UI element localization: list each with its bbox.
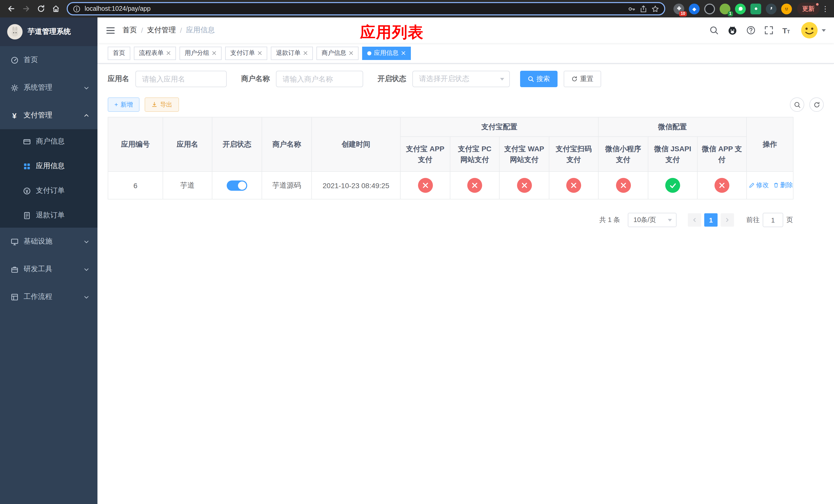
close-icon[interactable]	[212, 51, 216, 55]
sidebar-item-home[interactable]: 首页	[0, 46, 97, 74]
extension-green-square-icon[interactable]	[750, 3, 761, 14]
app-name-input[interactable]	[135, 71, 227, 87]
sidebar-item-merchant-info[interactable]: 商户信息	[0, 129, 97, 154]
password-key-icon[interactable]	[628, 5, 636, 13]
col-header-alipay-pc: 支付宝 PC 网站支付	[450, 137, 499, 171]
browser-reload-icon[interactable]	[34, 2, 48, 16]
close-icon[interactable]	[349, 51, 353, 55]
bookmark-star-icon[interactable]	[652, 5, 659, 13]
address-bar[interactable]: localhost:1024/pay/app	[67, 2, 665, 15]
sidebar-item-payment[interactable]: ¥ 支付管理	[0, 101, 97, 129]
browser-back-icon[interactable]	[4, 2, 18, 16]
sidebar-toggle-icon[interactable]	[106, 25, 115, 35]
user-menu[interactable]	[801, 22, 826, 39]
cell-created: 2021-10-23 08:49:25	[312, 171, 400, 199]
browser-home-icon[interactable]	[49, 2, 63, 16]
payment-submenu: 商户信息 应用信息 支付订单	[0, 129, 97, 228]
tab-app-info[interactable]: 应用信息	[362, 46, 411, 60]
status-toggle[interactable]	[227, 180, 247, 190]
font-size-icon[interactable]: TT	[783, 26, 790, 34]
cell-app-id: 6	[108, 171, 163, 199]
tab-pay-order[interactable]: 支付订单	[225, 46, 267, 60]
user-avatar	[801, 22, 818, 39]
export-button[interactable]: 导出	[145, 97, 179, 112]
profile-avatar[interactable]	[781, 3, 792, 14]
extension-whatsapp-icon[interactable]	[735, 3, 746, 14]
browser-forward-icon[interactable]	[19, 2, 33, 16]
group-header-wechat: 微信配置	[598, 117, 747, 137]
extensions-zone: 10 ◆ 1	[670, 3, 796, 14]
tab-user-group[interactable]: 用户分组	[179, 46, 222, 60]
toolbox-icon	[10, 265, 19, 273]
page-number-1[interactable]: 1	[704, 213, 718, 227]
add-button[interactable]: + 新增	[108, 97, 139, 112]
status-select[interactable]: 请选择开启状态	[412, 71, 510, 87]
url-text: localhost:1024/pay/app	[85, 5, 624, 12]
filter-form: 应用名 商户名称 开启状态 请选择开启状态 搜索	[108, 71, 824, 87]
sidebar-item-pay-order[interactable]: 支付订单	[0, 178, 97, 203]
col-header-wechat-jsapi: 微信 JSAPI 支付	[648, 137, 697, 171]
reset-button[interactable]: 重置	[564, 71, 601, 87]
sidebar-item-app-info[interactable]: 应用信息	[0, 154, 97, 178]
show-search-button[interactable]	[790, 97, 804, 112]
next-page-button[interactable]	[721, 213, 734, 227]
sidebar-item-system[interactable]: 系统管理	[0, 74, 97, 101]
pagination: 共 1 条 10条/页 1 前往 页	[108, 213, 793, 227]
delete-button[interactable]: 删除	[773, 181, 793, 190]
prev-page-button[interactable]	[688, 213, 701, 227]
close-icon[interactable]	[166, 51, 171, 55]
merchant-name-input[interactable]	[276, 71, 363, 87]
help-icon[interactable]	[747, 26, 756, 35]
alipay-qr-status-icon	[566, 178, 581, 193]
edit-button[interactable]: 修改	[749, 181, 769, 190]
page-size-select[interactable]: 10条/页	[628, 213, 677, 227]
extension-blue-icon[interactable]: ◆	[689, 3, 700, 14]
workflow-icon	[10, 293, 19, 301]
extension-dark-icon[interactable]	[704, 3, 715, 14]
breadcrumb-home[interactable]: 首页	[123, 26, 137, 35]
goto-page-input[interactable]	[763, 213, 783, 227]
sidebar-item-infrastructure[interactable]: 基础设施	[0, 228, 97, 255]
top-navbar: 首页 / 支付管理 / 应用信息 应用列表	[97, 18, 834, 43]
search-button[interactable]: 搜索	[520, 71, 557, 87]
chevron-down-icon	[500, 78, 504, 80]
chevron-down-icon	[82, 265, 90, 273]
gear-icon	[10, 84, 19, 92]
browser-menu-icon[interactable]: ⋮	[821, 5, 830, 13]
plus-icon: +	[114, 101, 118, 108]
extension-leaf-icon[interactable]: 1	[720, 3, 730, 14]
browser-update-button[interactable]: 更新	[797, 3, 820, 15]
sidebar-item-workflow[interactable]: 工作流程	[0, 283, 97, 311]
breadcrumb-current: 应用信息	[186, 26, 215, 35]
extensions-puzzle-icon[interactable]: 10	[674, 3, 684, 14]
fullscreen-icon[interactable]	[765, 26, 774, 35]
tags-view-bar: 首页 流程表单 用户分组 支付订单 退款订单	[97, 43, 834, 64]
share-icon[interactable]	[640, 5, 647, 13]
app-table: 应用编号 应用名 开启状态 商户名称 创建时间 支付宝配置 微信配置 操作 支付…	[108, 117, 793, 200]
tab-process-form[interactable]: 流程表单	[134, 46, 176, 60]
group-header-alipay: 支付宝配置	[400, 117, 598, 137]
tab-merchant-info[interactable]: 商户信息	[316, 46, 358, 60]
close-icon[interactable]	[258, 51, 262, 55]
tab-home[interactable]: 首页	[108, 46, 130, 60]
sidebar-item-refund-order[interactable]: 退款订单	[0, 203, 97, 228]
refresh-button[interactable]	[809, 97, 824, 112]
page-title-overlay: 应用列表	[360, 22, 424, 43]
sidebar-item-dev-tools[interactable]: 研发工具	[0, 255, 97, 283]
search-icon[interactable]	[710, 26, 719, 35]
site-info-icon[interactable]	[73, 5, 81, 13]
extension-pin-icon[interactable]	[766, 3, 776, 14]
close-icon[interactable]	[401, 51, 406, 55]
tab-refund-order[interactable]: 退款订单	[271, 46, 313, 60]
chevron-down-icon	[82, 293, 90, 301]
update-notification-dot	[816, 3, 819, 6]
col-header-wechat-app: 微信 APP 支付	[697, 137, 747, 171]
github-icon[interactable]	[728, 25, 738, 36]
app-name-label: 应用名	[108, 74, 129, 84]
close-icon[interactable]	[303, 51, 308, 55]
col-header-merchant: 商户名称	[262, 117, 312, 171]
merchant-name-label: 商户名称	[241, 74, 270, 84]
status-label: 开启状态	[377, 74, 406, 84]
col-header-created: 创建时间	[312, 117, 400, 171]
navbar-actions: TT	[710, 22, 826, 39]
